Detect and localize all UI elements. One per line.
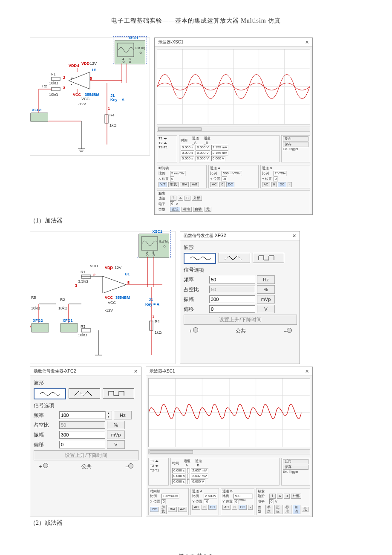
rise-fall-button[interactable]: 设置上升/下降时间 xyxy=(34,450,138,460)
section-subtractor: Ext Trig A B XSC1 xyxy=(30,231,362,527)
svg-rect-13 xyxy=(105,115,108,123)
scrollbar[interactable] xyxy=(157,127,310,132)
close-icon[interactable]: ✕ xyxy=(134,369,138,374)
svg-text:-: - xyxy=(71,82,72,87)
triangle-wave-button[interactable] xyxy=(69,388,100,399)
square-wave-button[interactable] xyxy=(253,253,284,263)
funcgen-a: 函数信号发生器-XFG2 ✕ 波形 信号选项 频率Hz 占空比% 振幅mVp 偏… xyxy=(180,231,300,364)
square-wave-button[interactable] xyxy=(103,388,134,399)
close-icon[interactable]: ✕ xyxy=(305,40,309,45)
osc-screen xyxy=(157,49,310,124)
schematic-adder: Ext Trig A B XSC1 + - xyxy=(30,38,150,156)
freq-input[interactable] xyxy=(209,276,255,283)
duty-input xyxy=(209,286,255,293)
schematic-subtractor: Ext Trig A B XSC1 xyxy=(30,231,176,364)
svg-text:+: + xyxy=(71,76,73,81)
svg-rect-11 xyxy=(52,77,60,81)
sine-wave-button[interactable] xyxy=(184,253,216,264)
svg-rect-42 xyxy=(150,321,153,330)
funcgen-b: 函数信号发生器-XFG2 ✕ 波形 信号选项 频率▴▾Hz 占空比% 振幅mVp… xyxy=(30,367,141,517)
osc-title: 示波器-XSC1 xyxy=(158,39,183,45)
caption-2: （2）减法器 xyxy=(30,519,362,527)
offset-input[interactable] xyxy=(209,305,255,313)
amp-input[interactable] xyxy=(209,295,255,303)
page-header: 电子工程基础实验——基本的集成运算放大器 Multisim 仿真 xyxy=(30,17,362,25)
save-button[interactable]: 保存 xyxy=(283,142,308,147)
svg-rect-41 xyxy=(81,329,91,332)
close-icon[interactable]: ✕ xyxy=(305,369,309,374)
freq-input[interactable] xyxy=(59,411,105,419)
amp-input[interactable] xyxy=(59,431,105,439)
close-icon[interactable]: ✕ xyxy=(292,233,296,239)
section-adder: Ext Trig A B XSC1 + - xyxy=(30,38,362,225)
svg-rect-12 xyxy=(52,87,60,91)
fgen-title: 函数信号发生器-XFG2 xyxy=(184,233,226,239)
oscilloscope-1: 示波器-XSC1 ✕ xyxy=(154,38,313,215)
scrollbar[interactable] xyxy=(148,449,310,454)
reverse-button[interactable]: 反向 xyxy=(283,136,308,142)
sine-wave-button[interactable] xyxy=(34,388,66,399)
triangle-wave-button[interactable] xyxy=(219,253,250,263)
caption-1: （1）加法器 xyxy=(30,217,362,225)
offset-input[interactable] xyxy=(59,441,105,448)
oscilloscope-2: 示波器-XSC1 ✕ T1◂▸ xyxy=(146,367,313,517)
page-footer: 第 3 页 共 5 页 xyxy=(30,552,362,555)
rise-fall-button[interactable]: 设置上升/下降时间 xyxy=(184,315,297,325)
